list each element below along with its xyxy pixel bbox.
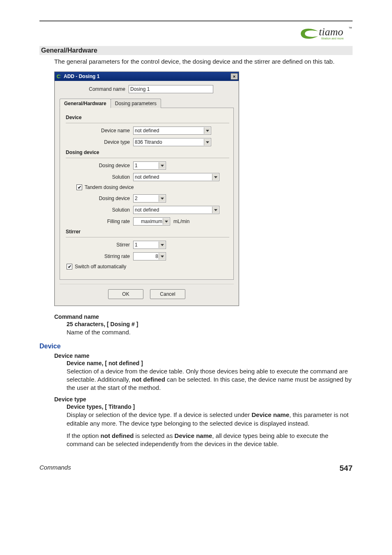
command-name-label: Command name [60, 86, 129, 92]
doc-term-command-name: Command name [54, 313, 353, 320]
dosing-device1-combo[interactable]: 1 [133, 161, 166, 170]
brand-tm: ™ [348, 26, 352, 30]
doc-sub-command-name: 25 characters, [ Dosing # ] [67, 321, 353, 327]
brand-text: tiamo [319, 26, 343, 38]
chevron-down-icon [159, 242, 165, 248]
add-dosing-dialog: ADD - Dosing 1 × Command name Dosing 1 G… [54, 71, 239, 306]
stirring-rate-combo[interactable]: 8 [133, 252, 166, 260]
footer-page-number: 547 [339, 464, 353, 473]
cancel-button[interactable]: Cancel [150, 289, 185, 299]
command-name-input[interactable]: Dosing 1 [129, 85, 213, 93]
section-heading-general-hardware: General/Hardware [39, 46, 353, 55]
dosing-device1-label: Dosing device [64, 163, 133, 168]
app-icon [56, 74, 62, 79]
switch-off-label: Switch off automatically [75, 264, 126, 269]
chevron-down-icon [204, 127, 210, 134]
doc-sub-device-type: Device types, [ Titrando ] [67, 403, 353, 410]
tab-panel-general: Device Device name not defined Device ty… [60, 108, 234, 280]
doc-desc-command-name: Name of the command. [67, 328, 353, 336]
group-stirrer: Stirrer [66, 229, 229, 235]
brand-tagline: titration and more [321, 37, 344, 40]
device-type-combo[interactable]: 836 Titrando [133, 138, 211, 146]
solution1-combo[interactable]: not defined [133, 173, 219, 181]
switch-off-checkbox[interactable]: ✔ [67, 264, 72, 269]
doc-sub-device-name: Device name, [ not defined ] [67, 360, 353, 366]
chevron-down-icon [159, 253, 165, 260]
ok-button[interactable]: OK [108, 289, 143, 299]
header-rule [39, 21, 353, 21]
group-dosing-device: Dosing device [66, 150, 229, 155]
chevron-down-icon [212, 174, 219, 180]
doc-term-device-type: Device type [54, 396, 353, 403]
chevron-down-icon [204, 139, 210, 145]
page-footer: Commands 547 [39, 464, 353, 473]
group-device: Device [66, 115, 229, 120]
filling-rate-combo[interactable]: maximum [133, 217, 170, 226]
tab-dosing-parameters[interactable]: Dosing parameters [111, 99, 161, 108]
chevron-down-icon [212, 207, 219, 213]
close-button[interactable]: × [231, 73, 238, 80]
tandem-label: Tandem dosing device [85, 184, 134, 190]
footer-section: Commands [39, 464, 71, 473]
solution2-label: Solution [64, 207, 133, 213]
solution1-label: Solution [64, 174, 133, 180]
tandem-checkbox[interactable]: ✔ [76, 184, 82, 190]
device-type-label: Device type [64, 139, 133, 145]
device-name-combo[interactable]: not defined [133, 127, 211, 135]
stirrer-label: Stirrer [64, 242, 133, 248]
dosing-device2-combo[interactable]: 2 [133, 194, 166, 203]
filling-rate-unit: mL/min [173, 219, 189, 224]
chevron-down-icon [159, 162, 165, 169]
doc-desc-device-name: Selection of a device from the device ta… [67, 367, 353, 392]
filling-rate-label: Filling rate [64, 219, 133, 224]
brand-logo: tiamo ™ titration and more [299, 25, 353, 43]
dosing-device2-label: Dosing device [64, 196, 133, 201]
stirring-rate-label: Stirring rate [64, 253, 133, 259]
doc-heading-device: Device [39, 343, 353, 350]
dialog-titlebar: ADD - Dosing 1 × [55, 72, 239, 81]
chevron-down-icon [159, 195, 165, 202]
doc-desc-device-type-p1: Display or selection of the device type.… [67, 411, 353, 428]
doc-term-device-name: Device name [54, 352, 353, 359]
tabs: General/Hardware Dosing parameters [60, 98, 234, 108]
device-name-label: Device name [64, 128, 133, 134]
stirrer-combo[interactable]: 1 [133, 241, 166, 249]
dialog-title: ADD - Dosing 1 [64, 74, 231, 79]
chevron-down-icon [163, 218, 169, 225]
intro-paragraph: The general parameters for the control d… [54, 58, 353, 66]
tab-general-hardware[interactable]: General/Hardware [60, 99, 111, 108]
doc-desc-device-type-p2: If the option not defined is selected as… [67, 432, 353, 449]
solution2-combo[interactable]: not defined [133, 206, 219, 214]
